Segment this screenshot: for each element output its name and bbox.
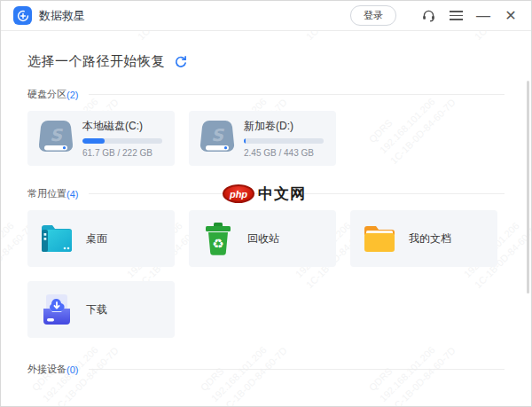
partition-card-grid: S 本地磁盘(C:) 61.7 GB / 222 GB S: [27, 111, 505, 166]
location-label: 我的文档: [409, 231, 451, 247]
downloads-icon: [39, 293, 74, 326]
location-label: 回收站: [247, 231, 279, 247]
drive-usage-bar: [82, 138, 162, 144]
headset-support-icon[interactable]: [420, 8, 436, 24]
section-common-label: 常用位置: [27, 187, 66, 200]
drive-usage-fill: [244, 138, 246, 144]
drive-name: 新加卷(D:): [244, 119, 324, 134]
location-label: 下载: [86, 302, 107, 317]
drive-card-c[interactable]: S 本地磁盘(C:) 61.7 GB / 222 GB: [27, 111, 175, 166]
drive-usage-fill: [82, 138, 105, 144]
main-content: 选择一个路径开始恢复 硬盘分区(2) S 本地磁盘(C:): [1, 53, 531, 376]
drive-size-text: 2.45 GB / 443 GB: [244, 148, 324, 158]
location-card-documents[interactable]: 我的文档: [350, 210, 497, 267]
page-title: 选择一个路径开始恢复: [27, 53, 165, 70]
vertical-scrollbar-thumb[interactable]: [527, 81, 529, 294]
section-common-header: 常用位置(4): [27, 187, 505, 200]
titlebar: 数据救星 登录 — ✕: [1, 1, 531, 31]
drive-card-d[interactable]: S 新加卷(D:) 2.45 GB / 443 GB: [189, 111, 336, 166]
location-label: 桌面: [86, 231, 107, 247]
section-partitions-header: 硬盘分区(2): [27, 88, 505, 101]
documents-folder-icon: [362, 223, 397, 254]
refresh-icon[interactable]: [174, 55, 187, 68]
location-card-downloads[interactable]: 下载: [27, 281, 175, 338]
desktop-folder-icon: [39, 223, 74, 254]
section-external-count: (0): [66, 364, 78, 375]
app-title: 数据救星: [39, 8, 85, 24]
section-divider: [89, 369, 505, 370]
location-card-grid: 桌面 ♻ 回收站 我的文档: [27, 210, 505, 338]
hard-drive-icon: S: [36, 118, 75, 159]
drive-usage-bar: [244, 138, 324, 144]
minimize-button[interactable]: —: [475, 8, 491, 24]
section-common-count: (4): [66, 189, 78, 200]
location-card-desktop[interactable]: 桌面: [27, 210, 175, 267]
section-external-label: 外接设备: [27, 363, 66, 376]
svg-text:♻: ♻: [212, 236, 223, 252]
drive-name: 本地磁盘(C:): [82, 119, 162, 134]
recycle-bin-icon: ♻: [200, 222, 236, 255]
drive-info: 本地磁盘(C:) 61.7 GB / 222 GB: [82, 119, 162, 158]
minimize-icon: —: [476, 12, 490, 20]
login-button[interactable]: 登录: [350, 5, 396, 26]
section-partitions-count: (2): [66, 90, 78, 100]
section-divider: [89, 193, 505, 194]
drive-size-text: 61.7 GB / 222 GB: [82, 148, 162, 158]
menu-icon[interactable]: [448, 8, 464, 24]
hard-drive-icon: S: [198, 118, 237, 159]
close-button[interactable]: ✕: [503, 8, 519, 24]
section-divider: [89, 94, 505, 95]
location-card-recycle-bin[interactable]: ♻ 回收站: [189, 210, 336, 267]
svg-text:S: S: [50, 125, 63, 145]
section-partitions-label: 硬盘分区: [27, 88, 66, 101]
close-icon: ✕: [505, 7, 516, 24]
app-logo-icon: [13, 6, 32, 25]
svg-text:S: S: [211, 125, 224, 145]
section-external-header: 外接设备(0): [27, 363, 505, 376]
drive-info: 新加卷(D:) 2.45 GB / 443 GB: [244, 119, 324, 158]
